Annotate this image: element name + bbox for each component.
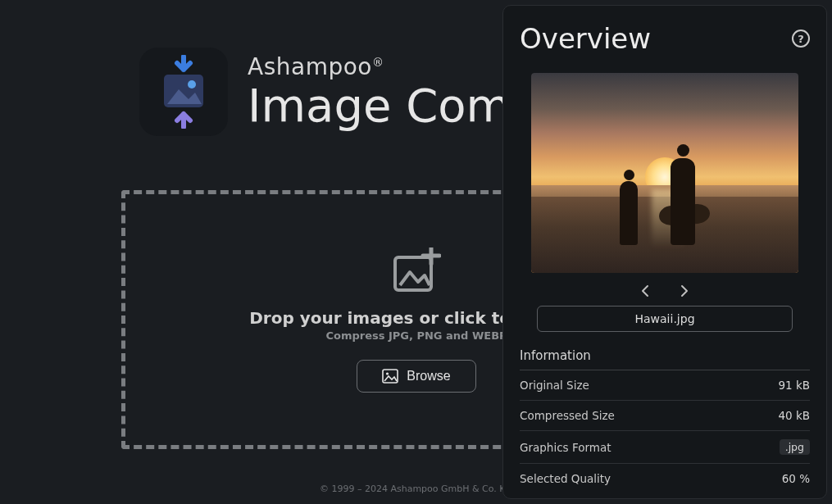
prev-image-button[interactable] <box>639 284 651 297</box>
info-value: 91 kB <box>778 379 810 392</box>
browse-button[interactable]: Browse <box>357 360 475 393</box>
format-badge: .jpg <box>780 439 810 455</box>
preview-nav <box>520 284 810 297</box>
info-row-quality: Selected Quality 60 % <box>520 464 810 493</box>
info-row-format: Graphics Format .jpg <box>520 431 810 464</box>
info-value: 40 kB <box>778 409 810 422</box>
svg-point-1 <box>188 80 196 89</box>
dropzone-subtitle: Compress JPG, PNG and WEBP <box>325 329 507 342</box>
info-value: 60 % <box>782 472 810 485</box>
app-icon <box>139 48 228 136</box>
info-label: Selected Quality <box>520 472 611 485</box>
overview-panel: Overview ? Hawaii.jpg Information Origin… <box>502 5 827 499</box>
panel-title: Overview <box>520 22 651 55</box>
filename-field[interactable]: Hawaii.jpg <box>537 306 793 332</box>
add-image-icon <box>392 247 441 293</box>
browse-label: Browse <box>407 369 450 384</box>
image-icon <box>382 369 398 384</box>
image-preview <box>531 73 798 273</box>
info-heading: Information <box>520 348 810 370</box>
help-button[interactable]: ? <box>792 30 810 48</box>
info-label: Graphics Format <box>520 441 611 454</box>
info-row-compressed-size: Compressed Size 40 kB <box>520 401 810 431</box>
next-image-button[interactable] <box>679 284 690 297</box>
info-row-original-size: Original Size 91 kB <box>520 370 810 401</box>
svg-point-4 <box>386 372 389 375</box>
info-label: Compressed Size <box>520 409 615 422</box>
info-label: Original Size <box>520 379 589 392</box>
